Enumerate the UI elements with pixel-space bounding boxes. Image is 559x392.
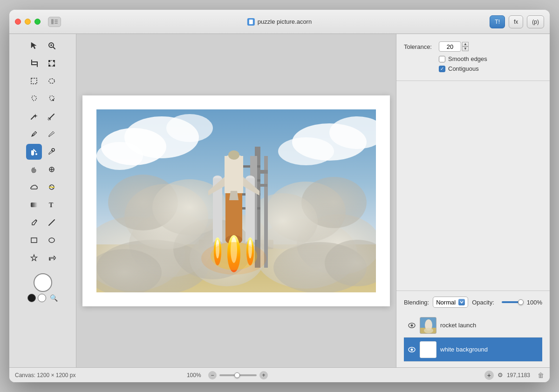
status-bar: Canvas: 1200 × 1200 px 100% − + + ⚙ 197,… (9, 367, 550, 382)
text-icon: T (48, 201, 56, 209)
svg-rect-20 (31, 150, 34, 153)
close-button[interactable] (15, 19, 21, 25)
burn-tool[interactable] (26, 162, 42, 177)
zoom-reset[interactable]: 🔍 (50, 294, 58, 302)
brush-select-tool[interactable] (44, 108, 60, 124)
svg-point-21 (35, 153, 37, 155)
arrow-tool[interactable] (44, 250, 60, 266)
tolerance-decrement[interactable]: ▼ (462, 47, 469, 51)
layer-item-rocket-launch[interactable]: rocket launch (404, 313, 542, 338)
smooth-edges-label: Smooth edges (448, 55, 487, 62)
right-panel: Tolerance: 20 ▲ ▼ Smooth edges Contiguou… (396, 34, 550, 367)
zoom-in-button[interactable]: + (259, 371, 268, 379)
paint-bucket-icon (30, 148, 38, 156)
svg-point-96 (424, 328, 433, 333)
layer-name-white: white background (440, 346, 539, 353)
crop-tool[interactable] (26, 55, 42, 71)
delete-layer-button[interactable]: 🗑 (538, 372, 544, 379)
heal-tool[interactable] (44, 162, 60, 177)
svg-rect-0 (51, 19, 54, 24)
line-tool[interactable] (44, 215, 60, 230)
clone-stamp-tool[interactable] (44, 144, 60, 160)
tool-row-1 (9, 38, 76, 54)
zoom-tool[interactable] (44, 38, 60, 54)
zoom-out-button[interactable]: − (208, 371, 217, 379)
gradient-tool[interactable] (26, 197, 42, 213)
black-swatch[interactable] (27, 294, 36, 302)
svg-rect-70 (257, 184, 267, 187)
crop-icon (30, 59, 38, 68)
tools-button[interactable]: T! (490, 15, 505, 28)
tolerance-label: Tolerance: (404, 43, 439, 50)
white-swatch[interactable] (38, 294, 46, 302)
tolerance-increment[interactable]: ▲ (462, 42, 469, 47)
foreground-color[interactable] (34, 273, 52, 292)
panel-settings: Tolerance: 20 ▲ ▼ Smooth edges Contiguou… (396, 34, 550, 81)
opacity-label: Opacity: (472, 299, 494, 306)
line-icon (48, 218, 56, 227)
pen-tool[interactable] (26, 215, 42, 230)
tool-row-13 (9, 250, 76, 266)
cloud-icon (30, 183, 38, 191)
tool-row-2 (9, 55, 76, 71)
dodge-icon (48, 183, 56, 191)
layer-visibility-white[interactable] (408, 345, 416, 354)
application-window: puzzle picture.acorn T! fx (p) (9, 10, 550, 382)
tool-row-4 (9, 91, 76, 107)
svg-rect-69 (259, 170, 268, 174)
magic-wand-icon (30, 112, 38, 121)
rect-select-tool[interactable] (26, 73, 42, 89)
lasso-tool[interactable] (26, 91, 42, 107)
svg-point-82 (228, 150, 239, 160)
pen-icon (30, 218, 38, 227)
rect-shape-tool[interactable] (26, 232, 42, 248)
opacity-slider[interactable] (502, 301, 522, 303)
layer-visibility-rocket[interactable] (408, 321, 416, 330)
titlebar-center: puzzle picture.acorn (247, 18, 312, 26)
contiguous-label: Contiguous (448, 65, 479, 72)
ellipse-shape-tool[interactable] (44, 232, 60, 248)
lasso-icon (30, 95, 38, 103)
p-button[interactable]: (p) (527, 15, 544, 28)
magnify-icon (48, 41, 56, 50)
pencil-tool[interactable] (44, 126, 60, 142)
zoom-thumb (234, 372, 240, 378)
minimize-button[interactable] (25, 19, 31, 25)
fx-button[interactable]: fx (509, 15, 523, 28)
layer-item-white-background[interactable]: white background (404, 338, 542, 362)
zoom-slider[interactable] (219, 374, 257, 376)
rect-shape-icon (30, 236, 38, 244)
tolerance-input[interactable]: 20 (439, 41, 461, 52)
bottom-right-controls: + ⚙ 197,1183 🗑 (484, 371, 544, 380)
transform-icon (48, 59, 56, 68)
transform-tool[interactable] (44, 55, 60, 71)
contiguous-checkbox[interactable] (439, 66, 445, 72)
maximize-button[interactable] (34, 19, 41, 25)
layer-options-button[interactable]: ⚙ (498, 372, 503, 378)
star-tool[interactable] (26, 250, 42, 266)
blending-select[interactable]: Normal (433, 297, 468, 308)
tolerance-row: Tolerance: 20 ▲ ▼ (404, 41, 542, 52)
pointer-tool[interactable] (26, 38, 42, 54)
magnetic-lasso-tool[interactable] (44, 91, 60, 107)
magic-wand-tool[interactable] (26, 108, 42, 124)
tool-row-12 (9, 232, 76, 248)
svg-point-41 (278, 137, 334, 165)
sidebar-toggle-button[interactable] (48, 17, 61, 27)
smooth-edges-checkbox[interactable] (439, 56, 445, 62)
blending-value: Normal (436, 299, 456, 306)
dodge-tool[interactable] (44, 179, 60, 195)
smooth-edges-row: Smooth edges (439, 55, 542, 62)
canvas-container (82, 95, 390, 306)
blending-opacity-section: Blending: Normal Opacity: 100% (396, 291, 550, 367)
text-tool[interactable]: T (44, 197, 60, 213)
ellipse-select-tool[interactable] (44, 73, 60, 89)
eyedropper-tool[interactable] (26, 126, 42, 142)
svg-rect-10 (53, 60, 55, 62)
add-layer-button[interactable]: + (484, 371, 494, 380)
paint-bucket-tool[interactable] (26, 144, 42, 160)
cloud-tool[interactable] (26, 179, 42, 195)
canvas-area[interactable] (76, 34, 396, 367)
clone-stamp-icon (48, 148, 56, 156)
tool-row-9 (9, 179, 76, 195)
